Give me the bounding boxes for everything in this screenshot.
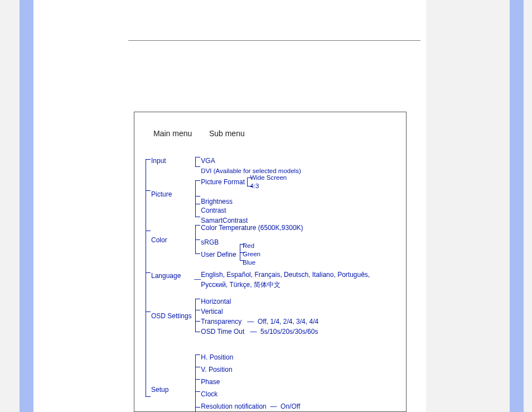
main-osd: OSD Settings — [151, 312, 192, 320]
language-list: English, Español, Français, Deutsch, Ita… — [201, 270, 374, 290]
input-vga: VGA — [201, 156, 301, 166]
userdef-bracket — [240, 244, 240, 261]
setup-resnotif: Resolution notification — [201, 403, 266, 410]
picture-contrast: Contrast — [201, 205, 287, 215]
main-spine — [146, 159, 146, 397]
color-bracket — [195, 225, 196, 254]
setup-resnotif-values: On/Off — [280, 403, 300, 410]
osd-timeout-values: 5s/10s/20s/30s/60s — [260, 328, 318, 336]
main-setup: Setup — [151, 386, 168, 394]
picture-format: Picture Format — [201, 178, 245, 186]
document-page: Main menu Sub menu Input VGA DVI (Availa… — [33, 0, 426, 412]
sub-menu-header: Sub menu — [209, 129, 245, 138]
main-input: Input — [151, 157, 166, 165]
main-menu-header: Main menu — [153, 129, 207, 138]
osd-timeout: OSD Time Out — [201, 328, 244, 336]
osd-bracket — [195, 299, 196, 332]
main-language: Language — [151, 272, 181, 280]
osd-transparency-values: Off, 1/4, 2/4, 3/4, 4/4 — [258, 318, 318, 325]
osd-vertical: Vertical — [201, 306, 318, 317]
osd-horizontal: Horizontal — [201, 296, 318, 306]
menu-panel: Main menu Sub menu Input VGA DVI (Availa… — [134, 112, 407, 412]
input-bracket — [195, 157, 196, 167]
main-color: Color — [151, 236, 167, 244]
format-bracket — [247, 178, 248, 186]
column-headers: Main menu Sub menu — [153, 129, 245, 138]
setup-hpos: H. Position — [201, 352, 300, 362]
horizontal-rule — [128, 40, 420, 41]
setup-clock: Clock — [201, 389, 300, 399]
setup-phase: Phase — [201, 377, 300, 387]
setup-bracket — [195, 354, 196, 412]
picture-bracket — [195, 180, 196, 217]
osd-transparency: Transparency — [201, 318, 241, 325]
color-userdefine: User Define — [201, 251, 236, 258]
menu-tree: Input VGA DVI (Available for selected mo… — [151, 156, 400, 411]
setup-vpos: V. Position — [201, 365, 300, 375]
color-temp: Color Temperature (6500K,9300K) — [201, 223, 303, 233]
main-picture: Picture — [151, 190, 172, 198]
